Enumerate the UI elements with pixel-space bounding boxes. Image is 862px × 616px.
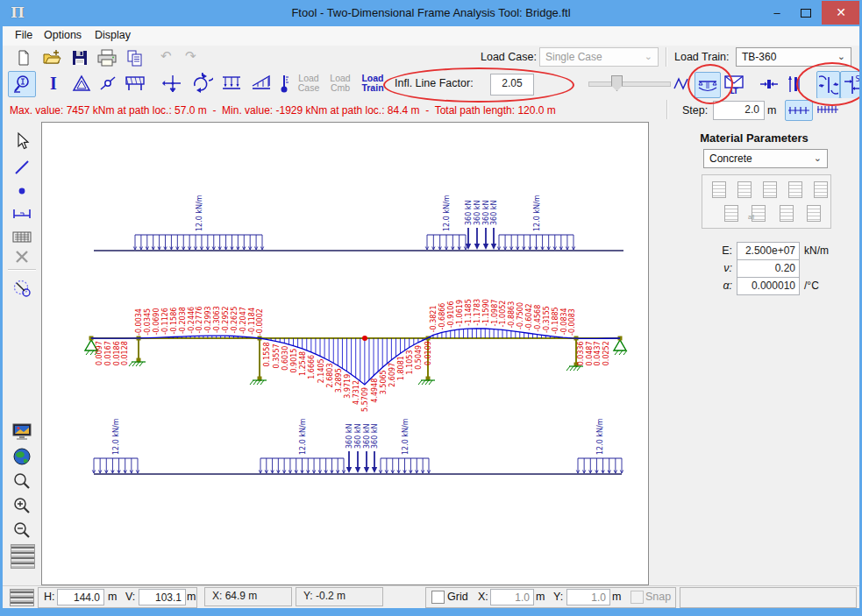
grid-checkbox[interactable] [431, 591, 445, 604]
import-material-icon[interactable] [780, 205, 794, 222]
grid-y-label: Y: [553, 591, 563, 603]
linear-load-button[interactable] [248, 71, 274, 96]
open-file-button[interactable] [41, 47, 62, 67]
menu-options[interactable]: Options [44, 29, 82, 41]
dimension-tool-button[interactable] [9, 202, 35, 227]
svg-text:360 kN: 360 kN [490, 201, 498, 225]
svg-text:5.5709: 5.5709 [361, 387, 369, 412]
influence-magnifier-icon [11, 74, 32, 95]
moment-influence-button[interactable] [816, 71, 840, 99]
load-case-mode-button[interactable]: Load Case [294, 74, 324, 93]
v-input[interactable]: 103.1 [139, 589, 186, 605]
uniform-step-button[interactable] [785, 100, 813, 121]
scale-slider-thumb[interactable] [611, 75, 623, 91]
material-select[interactable]: Concrete ⌄ [703, 149, 828, 168]
export-material-icon[interactable] [807, 205, 821, 222]
svg-text:-0.1184: -0.1184 [248, 308, 256, 335]
save-icon [71, 49, 89, 67]
nodal-force-button[interactable] [160, 71, 185, 96]
minimize-button[interactable]: – [764, 1, 790, 25]
node-dot-icon [13, 182, 31, 200]
load-case-select[interactable]: Single Case ⌄ [539, 47, 659, 67]
title-bar[interactable]: Π Ftool - Two-Dimensional Frame Analysis… [3, 0, 859, 26]
snap-checkbox[interactable] [630, 591, 644, 604]
print-button[interactable] [96, 47, 118, 67]
save-material-icon[interactable] [737, 181, 752, 198]
dense-step-button[interactable] [815, 100, 841, 119]
copy-material-icon[interactable] [814, 181, 828, 198]
transform-tool-button[interactable] [9, 276, 35, 301]
influence-line-mode-button[interactable] [8, 71, 36, 97]
zoom-window-button[interactable] [9, 469, 35, 493]
supports-button[interactable] [122, 71, 148, 96]
alpha-input[interactable]: 0.000010 [737, 277, 800, 295]
svg-text:12.0 kN/m: 12.0 kN/m [533, 195, 541, 231]
distributed-load-button[interactable] [218, 71, 245, 96]
fit-screen-button[interactable] [9, 420, 35, 444]
svg-text:12.0 kN/m: 12.0 kN/m [112, 418, 120, 455]
apply-material-icon[interactable] [724, 205, 738, 222]
select-tool-button[interactable] [9, 129, 35, 153]
member-tool-button[interactable] [9, 155, 35, 180]
menu-display[interactable]: Display [95, 29, 131, 41]
material-parameters-button[interactable] [69, 71, 94, 96]
vertical-fit-button[interactable] [783, 73, 804, 96]
mode-toolbar: I Load Case Load Cmb Load Train Infl. Li [3, 69, 859, 99]
diagram-step-button[interactable] [671, 73, 692, 96]
temperature-button[interactable] [276, 71, 292, 96]
zoom-out-button[interactable] [9, 518, 35, 542]
horizontal-fit-button[interactable] [759, 73, 780, 96]
svg-text:0.5049: 0.5049 [415, 345, 423, 370]
save-file-button[interactable] [69, 47, 90, 67]
svg-text:0.0128: 0.0128 [121, 341, 129, 365]
load-train-mode-button[interactable]: Load Train [357, 74, 388, 93]
infl-line-factor-input[interactable]: 2.05 [490, 74, 534, 96]
svg-text:0.0252: 0.0252 [602, 341, 610, 365]
redo-button[interactable]: ↷ [185, 48, 196, 64]
delete-material-icon[interactable] [788, 181, 802, 198]
step-input[interactable]: 2.0 [713, 101, 765, 120]
grid-y-input[interactable]: 1.0 [566, 589, 610, 605]
new-material-icon[interactable] [712, 181, 726, 198]
close-button[interactable]: ✕ [822, 1, 860, 25]
h-input[interactable]: 144.0 [57, 589, 104, 605]
svg-text:360 kN: 360 kN [482, 201, 490, 225]
load-cmb-mode-button[interactable]: Load Cmb [325, 74, 355, 93]
file-toolbar: ↶ ↷ Load Case: Single Case ⌄ Load Train:… [3, 46, 859, 70]
svg-text:-0.2776: -0.2776 [196, 306, 203, 333]
nu-input[interactable]: 0.20 [737, 259, 800, 278]
model-canvas[interactable]: 12.0 kN/m12.0 kN/m12.0 kN/m360 kN360 kN3… [41, 122, 649, 585]
maximize-button[interactable] [792, 1, 820, 25]
new-file-button[interactable] [13, 47, 34, 67]
nodal-moment-button[interactable] [189, 71, 215, 96]
svg-text:-0.2993: -0.2993 [204, 306, 212, 333]
svg-text:-0.2952: -0.2952 [222, 306, 230, 333]
undo-button[interactable]: ↶ [160, 48, 172, 64]
e-input[interactable]: 2.500e+07 [737, 242, 800, 260]
svg-text:12.0 kN/m: 12.0 kN/m [596, 418, 604, 455]
new-file-icon [15, 49, 32, 67]
svg-text:-0.0690: -0.0690 [153, 308, 160, 335]
scale-slider-track[interactable] [588, 81, 671, 87]
e-unit: kN/m [804, 244, 829, 257]
rename-material-icon[interactable] [763, 181, 777, 198]
node-tool-button[interactable] [9, 179, 35, 203]
shear-influence-button[interactable]: S [840, 71, 862, 99]
hinge-button[interactable] [96, 71, 120, 96]
world-view-button[interactable] [9, 444, 35, 469]
delete-tool-button[interactable] [9, 244, 35, 269]
scale-handle-icon[interactable] [10, 589, 34, 606]
influence-line-button[interactable] [695, 72, 721, 98]
grid-x-input[interactable]: 1.0 [490, 589, 534, 605]
svg-text:0.0186: 0.0186 [113, 341, 121, 365]
menu-file[interactable]: File [15, 29, 32, 41]
cursor-x-readout: X: 64.9 m [204, 587, 292, 606]
moment-icon [190, 73, 213, 94]
copy-button[interactable] [124, 47, 146, 67]
cursor-y-readout: Y: -0.2 m [296, 587, 383, 606]
section-properties-button[interactable]: I [41, 71, 66, 96]
load-case-label: Load Case: [481, 51, 537, 63]
load-train-envelope-button[interactable]: LT [723, 73, 745, 96]
zoom-in-button[interactable] [9, 493, 35, 518]
load-train-select[interactable]: TB-360 ⌄ [736, 47, 851, 67]
